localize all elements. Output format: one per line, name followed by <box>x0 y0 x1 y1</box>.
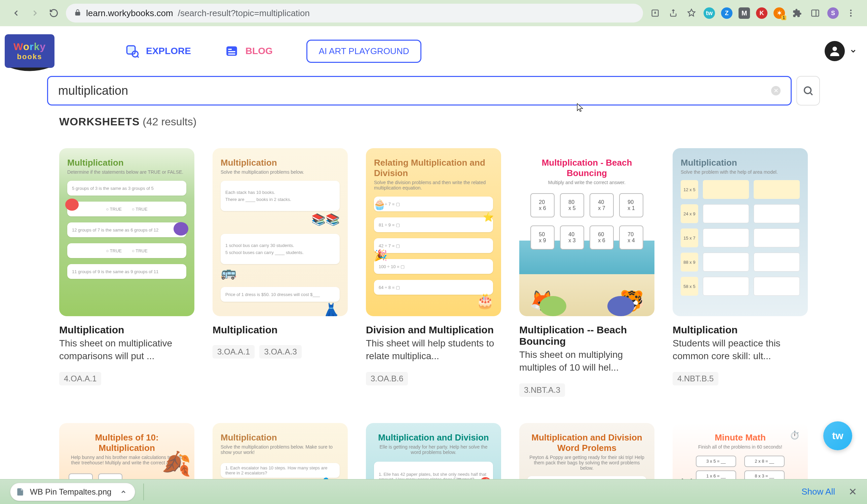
account-menu[interactable] <box>825 41 857 61</box>
nav-links: EXPLORE BLOG AI ART PLAYGROUND <box>125 40 421 63</box>
svg-point-12 <box>832 47 837 51</box>
svg-rect-1 <box>812 10 819 17</box>
worksheet-card: Multiplication Solve the problem with th… <box>673 148 808 397</box>
downloads-bar: WB Pin Tempaltes.png Show All ✕ <box>0 479 867 504</box>
standard-tag[interactable]: 3.OA.B.6 <box>366 372 408 385</box>
search-icon <box>802 85 814 96</box>
thumb-subtitle: Solve the multiplication problems below. <box>221 169 340 175</box>
thumb-title: Multiplication and Division <box>374 432 493 443</box>
card-title: Multiplication <box>59 324 194 336</box>
worksheet-thumbnail[interactable]: Multiplication Solve the multiplication … <box>213 148 348 316</box>
thumb-title: Multiplication <box>221 432 340 443</box>
blog-icon <box>225 44 239 58</box>
worksheet-card: Multiplication Solve the multiplication … <box>213 148 348 397</box>
thumb-title: Relating Multiplication and Division <box>374 157 493 178</box>
chrome-menu-icon[interactable] <box>845 7 857 19</box>
svg-point-5 <box>850 15 852 17</box>
card-description: This sheet on multiplying multiples of 1… <box>519 348 654 374</box>
chevron-down-icon <box>849 47 857 55</box>
help-chat-button[interactable]: tw <box>823 421 852 450</box>
thumb-subtitle: Multiply and write the correct answer. <box>527 180 646 185</box>
reload-button[interactable] <box>48 7 60 19</box>
download-filename: WB Pin Tempaltes.png <box>30 487 111 496</box>
card-tags: 4.OA.A.1 <box>59 372 194 385</box>
profile-avatar-icon[interactable]: S <box>827 8 839 19</box>
card-description: This sheet on multiplicative comparisons… <box>59 337 194 363</box>
back-button[interactable] <box>10 7 22 19</box>
card-tags: 3.NBT.A.3 <box>519 383 654 397</box>
nav-blog[interactable]: BLOG <box>225 44 273 58</box>
search-box: ✕ <box>47 76 792 106</box>
svg-rect-10 <box>228 51 235 52</box>
standard-tag[interactable]: 3.OA.A.3 <box>259 345 301 359</box>
show-all-downloads[interactable]: Show All <box>801 486 835 497</box>
standard-tag[interactable]: 4.NBT.B.5 <box>673 372 718 385</box>
svg-point-4 <box>850 12 852 14</box>
thumb-title: Multiplication <box>67 157 186 168</box>
thumb-title: Multiplication <box>681 157 800 168</box>
nav-explore[interactable]: EXPLORE <box>125 44 191 58</box>
thumb-subtitle: Solve the division problems and then wri… <box>374 180 493 190</box>
thumb-subtitle: Elle is getting ready for her party. Hel… <box>374 444 493 455</box>
svg-rect-9 <box>228 49 232 50</box>
worksheet-thumbnail[interactable]: Multiplication Determine if the statemen… <box>59 148 194 316</box>
browser-nav-controls <box>10 7 60 19</box>
extension-icon[interactable]: tw <box>704 8 715 19</box>
search-row: ✕ <box>0 76 867 106</box>
search-input[interactable] <box>58 84 771 98</box>
card-title: Multiplication <box>673 324 808 336</box>
url-host: learn.workybooks.com <box>86 8 173 19</box>
explore-icon <box>125 44 139 58</box>
nav-explore-label: EXPLORE <box>146 46 191 56</box>
thumb-subtitle: Peyton & Poppy are getting ready for the… <box>527 454 646 471</box>
thumb-title: Minute Math <box>681 432 800 443</box>
extensions-icon[interactable] <box>791 7 803 19</box>
thumb-title: Multiplication - Beach Bouncing <box>527 157 646 178</box>
extension-icon[interactable]: Z <box>721 8 732 19</box>
ai-playground-button[interactable]: AI ART PLAYGROUND <box>307 40 422 63</box>
clear-search-button[interactable]: ✕ <box>771 86 781 96</box>
browser-chrome: learn.workybooks.com/search-result?topic… <box>0 0 867 26</box>
lock-icon <box>74 8 82 19</box>
account-avatar-icon <box>825 41 845 61</box>
worksheet-card: Multiplication - Beach Bouncing Multiply… <box>519 148 654 397</box>
standard-tag[interactable]: 3.OA.A.1 <box>213 345 255 359</box>
site-logo[interactable]: Worky books <box>5 34 54 68</box>
standard-tag[interactable]: 3.NBT.A.3 <box>519 383 565 397</box>
worksheet-thumbnail[interactable]: Multiplication - Beach Bouncing Multiply… <box>519 148 654 316</box>
side-panel-icon[interactable] <box>809 7 821 19</box>
forward-button[interactable] <box>29 7 41 19</box>
share-icon[interactable] <box>667 7 679 19</box>
svg-rect-11 <box>228 53 235 55</box>
install-app-icon[interactable] <box>649 7 661 19</box>
download-item[interactable]: WB Pin Tempaltes.png <box>10 483 135 501</box>
search-button[interactable] <box>796 76 820 106</box>
standard-tag[interactable]: 4.OA.A.1 <box>59 372 101 385</box>
extension-icon[interactable]: ✶1 <box>773 8 785 19</box>
results-count: (42 results) <box>142 116 196 128</box>
svg-rect-6 <box>127 46 135 54</box>
logo-line2: books <box>17 52 42 61</box>
bookmark-star-icon[interactable] <box>685 7 697 19</box>
card-tags: 3.OA.B.6 <box>366 372 501 385</box>
results-label: WORKSHEETS <box>59 116 140 128</box>
site-header: Worky books EXPLORE BLOG AI ART PLAYGROU… <box>0 26 867 76</box>
results-grid: Multiplication Determine if the statemen… <box>0 138 867 397</box>
browser-actions: tw Z M K ✶1 S <box>649 7 857 19</box>
worksheet-thumbnail[interactable]: Multiplication Solve the problem with th… <box>673 148 808 316</box>
worksheet-thumbnail[interactable]: Relating Multiplication and Division Sol… <box>366 148 501 316</box>
extension-icon[interactable]: K <box>756 8 768 19</box>
card-tags: 3.OA.A.1 3.OA.A.3 <box>213 345 348 359</box>
svg-point-3 <box>850 10 852 11</box>
thumb-subtitle: Finish all of the problems in 60 seconds… <box>681 444 800 450</box>
svg-point-13 <box>804 87 811 94</box>
nav-blog-label: BLOG <box>246 46 273 56</box>
thumb-subtitle: Determine if the statements below are TR… <box>67 169 186 175</box>
close-downloads-button[interactable]: ✕ <box>848 486 857 497</box>
address-bar[interactable]: learn.workybooks.com/search-result?topic… <box>66 4 643 22</box>
thumb-title: Multiplication and Division Word Prolems <box>527 432 646 453</box>
card-title: Multiplication -- Beach Bouncing <box>519 324 654 347</box>
extension-icon[interactable]: M <box>739 8 750 19</box>
card-tags: 4.NBT.B.5 <box>673 372 808 385</box>
card-description: This sheet will help students to relate … <box>366 337 501 363</box>
